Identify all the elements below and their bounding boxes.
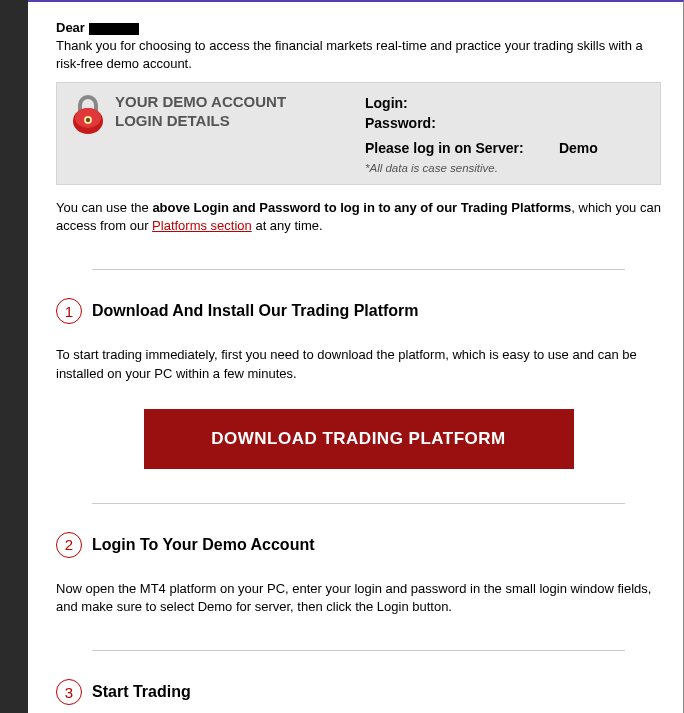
platforms-section-link[interactable]: Platforms section	[152, 218, 252, 233]
pb-text3: at any time.	[252, 218, 323, 233]
email-body: Dear Thank you for choosing to access th…	[28, 0, 684, 713]
step-2-header: 2 Login To Your Demo Account	[56, 532, 661, 558]
separator	[92, 650, 624, 651]
login-label: Login:	[365, 93, 646, 113]
step-3-number: 3	[56, 679, 82, 705]
login-details-box: YOUR DEMO ACCOUNT LOGIN DETAILS Login: P…	[56, 82, 661, 185]
svg-point-3	[86, 118, 90, 122]
pb-text1: You can use the	[56, 200, 152, 215]
greeting-line: Dear	[56, 20, 661, 35]
login-box-left: YOUR DEMO ACCOUNT LOGIN DETAILS	[71, 93, 351, 174]
pb-bold: above Login and Password to log in to an…	[152, 200, 571, 215]
separator	[92, 503, 624, 504]
password-label: Password:	[365, 113, 646, 133]
step-1-body: To start trading immediately, first you …	[56, 346, 661, 382]
redacted-name	[89, 23, 139, 35]
intro-text: Thank you for choosing to access the fin…	[56, 37, 661, 72]
server-value: Demo	[559, 140, 598, 156]
lock-icon	[71, 93, 105, 138]
login-box-title-line2: LOGIN DETAILS	[115, 112, 286, 131]
step-1-number: 1	[56, 298, 82, 324]
login-box-title-line1: YOUR DEMO ACCOUNT	[115, 93, 286, 112]
server-row: Please log in on Server: Demo	[365, 138, 646, 158]
step-3-header: 3 Start Trading	[56, 679, 661, 705]
step-3-title: Start Trading	[92, 683, 191, 701]
platforms-paragraph: You can use the above Login and Password…	[56, 199, 661, 235]
step-2-number: 2	[56, 532, 82, 558]
step-1-header: 1 Download And Install Our Trading Platf…	[56, 298, 661, 324]
login-box-right: Login: Password: Please log in on Server…	[365, 93, 646, 174]
separator	[92, 269, 624, 270]
step-2-body: Now open the MT4 platform on your PC, en…	[56, 580, 661, 616]
greeting-prefix: Dear	[56, 20, 85, 35]
login-box-title: YOUR DEMO ACCOUNT LOGIN DETAILS	[115, 93, 286, 131]
step-2-title: Login To Your Demo Account	[92, 536, 315, 554]
download-platform-button[interactable]: DOWNLOAD TRADING PLATFORM	[144, 409, 574, 469]
case-sensitive-note: *All data is case sensitive.	[365, 162, 646, 174]
step-1-title: Download And Install Our Trading Platfor…	[92, 302, 419, 320]
server-label: Please log in on Server:	[365, 138, 555, 158]
